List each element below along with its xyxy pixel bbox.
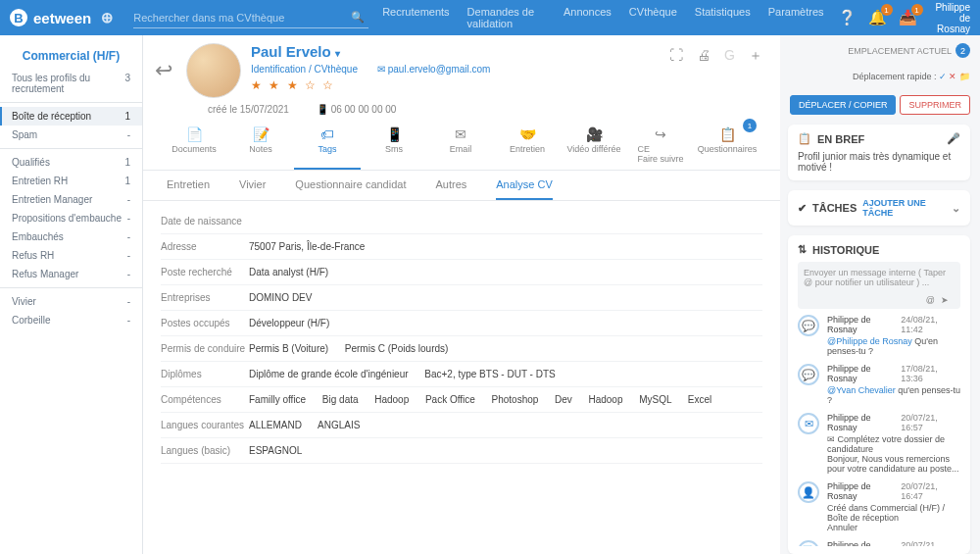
check-icon[interactable]: ✓ [939, 72, 947, 81]
top-nav: Recrutements Demandes de validation Anno… [382, 6, 823, 29]
toolbar-icon: 🤝 [519, 126, 536, 142]
toolbar-item[interactable]: 📝Notes [227, 121, 294, 170]
cv-row: Postes occupésDéveloppeur (H/F) [161, 311, 762, 336]
mic-icon[interactable]: 🎤 [947, 132, 960, 145]
sidebar-item[interactable]: Vivier- [0, 292, 142, 311]
timeline-item: 💬Philippe de Rosnay24/08/21, 11:42@Phili… [798, 315, 960, 356]
user-menu[interactable]: Philippede Rosnay [935, 2, 970, 34]
tasks-icon: ✔ [798, 202, 807, 215]
subtab[interactable]: Analyse CV [496, 178, 552, 200]
cv-row: DiplômesDiplôme de grande école d'ingéni… [161, 362, 762, 387]
profile-email[interactable]: ✉ paul.ervelo@gmail.com [377, 64, 490, 75]
topbar: Beetween⊕ Rechercher dans ma CVthèque🔍 R… [0, 0, 980, 35]
sidebar-item[interactable]: Boîte de réception1 [0, 107, 142, 126]
cv-row: Poste recherchéData analyst (H/F) [161, 260, 762, 285]
toolbar-icon: 🎥 [586, 126, 603, 142]
subtabs: EntretienVivierQuestionnaire candidatAut… [143, 171, 780, 201]
profile-subtitle[interactable]: Identification / CVthèque [251, 64, 358, 75]
top-icons: ❔ 🔔1 📥1 Philippede Rosnay [838, 2, 970, 34]
at-icon[interactable]: @ [926, 295, 941, 305]
subtab[interactable]: Autres [435, 178, 466, 200]
toolbar-item[interactable]: 🏷Tags [294, 121, 361, 170]
sidebar-title[interactable]: Commercial (H/F) [0, 43, 142, 69]
timeline-item: ✉Philippe de Rosnay20/07/21, 16:57✉ Comp… [798, 413, 960, 474]
sidebar-item[interactable]: Refus Manager- [0, 265, 142, 283]
expand-icon[interactable]: ⛶ [669, 47, 683, 65]
sidebar-item[interactable]: Embauchés- [0, 227, 142, 246]
toolbar-icon: 📱 [386, 126, 403, 142]
help-icon[interactable]: ❔ [838, 9, 857, 26]
profile-toolbar: 📄Documents📝Notes🏷Tags📱Sms✉Email🤝Entretie… [143, 121, 780, 171]
chevron-down-icon[interactable]: ▾ [335, 48, 340, 59]
brief-icon: 📋 [798, 132, 811, 145]
add-icon[interactable]: ＋ [749, 47, 762, 65]
inbox-icon[interactable]: 📥1 [899, 9, 917, 26]
toolbar-icon: 📋 [719, 126, 736, 142]
sidebar-item[interactable]: Refus RH- [0, 246, 142, 265]
history-panel: ⇅HISTORIQUE Envoyer un message interne (… [788, 235, 970, 554]
subtab[interactable]: Vivier [239, 178, 266, 200]
sidebar-item[interactable]: Entretien Manager- [0, 190, 142, 209]
move-copy-button[interactable]: DÉPLACER / COPIER [790, 95, 897, 115]
timeline-icon: 💬 [798, 364, 819, 385]
cv-row: Adresse75007 Paris, Île-de-France [161, 234, 762, 260]
folder-icon[interactable]: 📁 [959, 72, 970, 81]
send-icon[interactable]: ➤ [941, 295, 955, 305]
toolbar-item[interactable]: ✉Email [427, 121, 494, 170]
close-icon[interactable]: ✕ [949, 72, 956, 81]
phone[interactable]: 📱 06 00 00 00 00 [317, 104, 397, 115]
cv-row: Permis de conduirePermis B (Voiture) Per… [161, 336, 762, 362]
toolbar-item[interactable]: 📄Documents [161, 121, 227, 170]
chevron-down-icon[interactable]: ⌄ [952, 202, 960, 215]
toolbar-item[interactable]: 🎥Vidéo différée [561, 121, 627, 170]
sidebar-item[interactable]: Propositions d'embauche- [0, 209, 142, 227]
cv-body: Date de naissanceAdresse75007 Paris, Île… [143, 201, 780, 554]
subtab[interactable]: Entretien [167, 178, 210, 200]
search-input[interactable]: Rechercher dans ma CVthèque🔍 [133, 7, 368, 28]
nav-recrutements[interactable]: Recrutements [382, 6, 449, 29]
sidebar-item[interactable]: Entretien RH1 [0, 172, 142, 190]
nav-parametres[interactable]: Paramètres [768, 6, 824, 29]
message-input[interactable]: Envoyer un message interne ( Taper @ pou… [798, 262, 960, 309]
toolbar-icon: 🏷 [320, 126, 334, 142]
tasks-panel: ✔TÂCHESAJOUTER UNE TÂCHE⌄ [788, 190, 970, 226]
add-task-link[interactable]: AJOUTER UNE TÂCHE [862, 198, 940, 218]
sidebar-item[interactable]: Qualifiés1 [0, 153, 142, 172]
timeline-item: 📄Philippe de Rosnay20/07/21, 16:47Nouvel… [798, 540, 960, 546]
sidebar-item[interactable]: Tous les profils du recrutement3 [0, 69, 142, 98]
timeline-item: 💬Philippe de Rosnay17/08/21, 13:36@Yvan … [798, 364, 960, 405]
toolbar-icon: 📝 [253, 126, 270, 142]
print-icon[interactable]: 🖨 [697, 47, 710, 65]
nav-demandes[interactable]: Demandes de validation [467, 6, 546, 29]
timeline-icon: 👤 [798, 481, 819, 503]
toolbar-item[interactable]: ↪CEFaire suivre [627, 121, 694, 170]
cv-row: EntreprisesDOMINO DEV [161, 285, 762, 311]
brief-panel: 📋EN BREF🎤 Profil junior mais très dynami… [788, 125, 970, 180]
back-arrow-icon[interactable]: ↩ [151, 58, 176, 83]
cv-row: Langues courantesALLEMAND ANGLAIS [161, 413, 762, 438]
sidebar: Commercial (H/F) Tous les profils du rec… [0, 35, 143, 554]
nav-statistiques[interactable]: Statistiques [695, 6, 751, 29]
toolbar-icon: 📄 [186, 126, 203, 142]
toolbar-item[interactable]: 🤝Entretien [494, 121, 561, 170]
nav-annonces[interactable]: Annonces [564, 6, 612, 29]
toolbar-item[interactable]: 📋Questionnaires1 [694, 121, 760, 170]
cv-row: Langues (basic)ESPAGNOL [161, 438, 762, 464]
subtab[interactable]: Questionnaire candidat [295, 178, 406, 200]
timeline-icon: ✉ [798, 413, 819, 434]
nav-cvtheque[interactable]: CVthèque [629, 6, 677, 29]
rating-stars[interactable]: ★ ★ ★ ☆ ☆ [251, 78, 764, 92]
logo[interactable]: Beetween⊕ [10, 9, 114, 26]
sidebar-item[interactable]: Spam- [0, 126, 142, 144]
bell-icon[interactable]: 🔔1 [868, 9, 887, 26]
delete-button[interactable]: SUPPRIMER [900, 95, 970, 115]
placement-count[interactable]: 2 [956, 43, 970, 58]
timeline-icon: 💬 [798, 315, 819, 336]
google-icon[interactable]: G [724, 47, 735, 65]
search-icon[interactable]: 🔍 [351, 11, 365, 24]
sidebar-item[interactable]: Corbeille- [0, 311, 142, 329]
history-icon: ⇅ [798, 243, 807, 256]
avatar[interactable] [186, 43, 241, 98]
toolbar-icon: ✉ [455, 126, 466, 142]
toolbar-item[interactable]: 📱Sms [361, 121, 427, 170]
